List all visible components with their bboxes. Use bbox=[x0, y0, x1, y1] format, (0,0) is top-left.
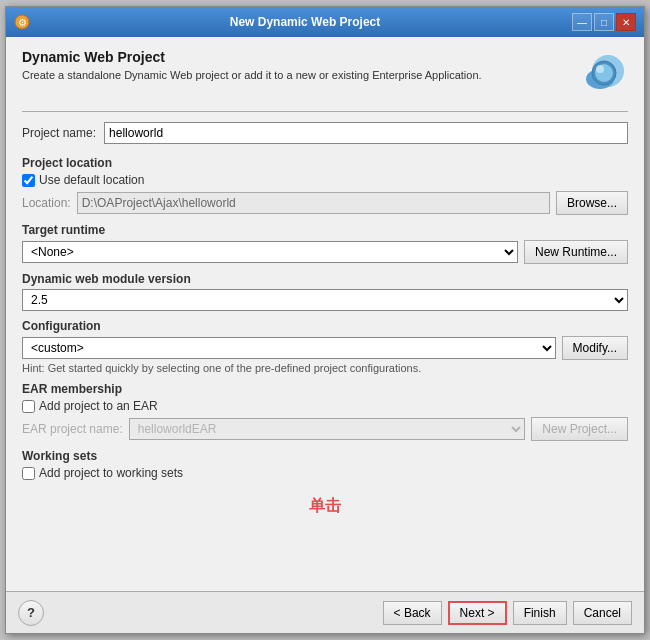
module-version-row: 2.5 bbox=[22, 289, 628, 311]
ear-project-label: EAR project name: bbox=[22, 422, 123, 436]
configuration-title: Configuration bbox=[22, 319, 628, 333]
new-project-button[interactable]: New Project... bbox=[531, 417, 628, 441]
window-controls: — □ ✕ bbox=[572, 13, 636, 31]
location-label: Location: bbox=[22, 196, 71, 210]
add-to-ear-checkbox[interactable] bbox=[22, 400, 35, 413]
action-buttons: < Back Next > Finish Cancel bbox=[383, 601, 632, 625]
new-runtime-button[interactable]: New Runtime... bbox=[524, 240, 628, 264]
add-to-working-sets-checkbox[interactable] bbox=[22, 467, 35, 480]
target-runtime-title: Target runtime bbox=[22, 223, 628, 237]
configuration-section: Configuration <custom> Modify... Hint: G… bbox=[22, 319, 628, 374]
ear-title: EAR membership bbox=[22, 382, 628, 396]
module-version-title: Dynamic web module version bbox=[22, 272, 628, 286]
ear-project-select: helloworldEAR bbox=[129, 418, 526, 440]
help-button[interactable]: ? bbox=[18, 600, 44, 626]
use-default-location-checkbox[interactable] bbox=[22, 174, 35, 187]
configuration-row: <custom> Modify... bbox=[22, 336, 628, 360]
project-name-input[interactable] bbox=[104, 122, 628, 144]
cancel-button[interactable]: Cancel bbox=[573, 601, 632, 625]
page-description: Create a standalone Dynamic Web project … bbox=[22, 68, 482, 83]
add-to-ear-label[interactable]: Add project to an EAR bbox=[39, 399, 158, 413]
finish-button[interactable]: Finish bbox=[513, 601, 567, 625]
location-input bbox=[77, 192, 550, 214]
main-window: ⚙ New Dynamic Web Project — □ ✕ Dynamic … bbox=[5, 6, 645, 634]
window-icon: ⚙ bbox=[14, 14, 30, 30]
ear-section: EAR membership Add project to an EAR EAR… bbox=[22, 382, 628, 441]
svg-text:⚙: ⚙ bbox=[18, 17, 27, 28]
use-default-location-label[interactable]: Use default location bbox=[39, 173, 144, 187]
page-icon bbox=[580, 49, 628, 97]
browse-button[interactable]: Browse... bbox=[556, 191, 628, 215]
module-version-section: Dynamic web module version 2.5 bbox=[22, 272, 628, 311]
window-title: New Dynamic Web Project bbox=[38, 15, 572, 29]
close-button[interactable]: ✕ bbox=[616, 13, 636, 31]
project-name-row: Project name: bbox=[22, 122, 628, 144]
target-runtime-select[interactable]: <None> bbox=[22, 241, 518, 263]
location-row: Location: Browse... bbox=[22, 191, 628, 215]
configuration-select[interactable]: <custom> bbox=[22, 337, 556, 359]
header-section: Dynamic Web Project Create a standalone … bbox=[22, 49, 628, 97]
header-text: Dynamic Web Project Create a standalone … bbox=[22, 49, 482, 83]
next-button[interactable]: Next > bbox=[448, 601, 507, 625]
project-location-title: Project location bbox=[22, 156, 628, 170]
minimize-button[interactable]: — bbox=[572, 13, 592, 31]
add-to-working-sets-row: Add project to working sets bbox=[22, 466, 628, 480]
header-divider bbox=[22, 111, 628, 112]
target-runtime-section: Target runtime <None> New Runtime... bbox=[22, 223, 628, 264]
title-bar: ⚙ New Dynamic Web Project — □ ✕ bbox=[6, 7, 644, 37]
content-area: Dynamic Web Project Create a standalone … bbox=[6, 37, 644, 591]
use-default-location-row: Use default location bbox=[22, 173, 628, 187]
project-location-section: Project location Use default location Lo… bbox=[22, 156, 628, 215]
add-to-ear-row: Add project to an EAR bbox=[22, 399, 628, 413]
working-sets-title: Working sets bbox=[22, 449, 628, 463]
project-name-label: Project name: bbox=[22, 126, 96, 140]
click-hint: 单击 bbox=[22, 496, 628, 517]
maximize-button[interactable]: □ bbox=[594, 13, 614, 31]
add-to-working-sets-label[interactable]: Add project to working sets bbox=[39, 466, 183, 480]
help-area: ? bbox=[18, 600, 44, 626]
svg-point-6 bbox=[596, 65, 604, 73]
bottom-bar: ? < Back Next > Finish Cancel bbox=[6, 591, 644, 633]
page-title: Dynamic Web Project bbox=[22, 49, 482, 65]
back-button[interactable]: < Back bbox=[383, 601, 442, 625]
module-version-select[interactable]: 2.5 bbox=[22, 289, 628, 311]
target-runtime-row: <None> New Runtime... bbox=[22, 240, 628, 264]
working-sets-section: Working sets Add project to working sets bbox=[22, 449, 628, 484]
modify-button[interactable]: Modify... bbox=[562, 336, 628, 360]
hint-text: Hint: Get started quickly by selecting o… bbox=[22, 362, 628, 374]
ear-project-row: EAR project name: helloworldEAR New Proj… bbox=[22, 417, 628, 441]
